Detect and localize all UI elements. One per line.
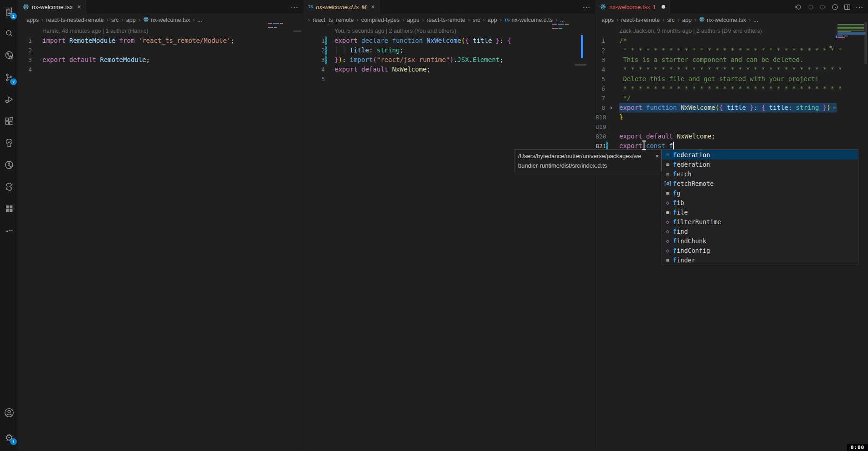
breadcrumb-item[interactable]: src <box>111 17 119 23</box>
code-line[interactable]: * * * * * * * * * * * * * * * * * * * * … <box>619 65 842 74</box>
tab-bar-2: TS nx-welcome.d.ts M × ··· <box>303 0 595 14</box>
tab-nx-welcome-tsx-remote[interactable]: nx-welcome.tsx 1 <box>596 0 670 14</box>
settings-gear-icon[interactable]: ⚙ 1 <box>0 428 18 446</box>
breadcrumb-item[interactable]: ... <box>197 17 202 23</box>
suggest-item[interactable]: [ø]fetchRemote <box>662 179 858 188</box>
accounts-icon[interactable] <box>0 404 18 422</box>
code-line[interactable]: export default RemoteModule; <box>42 55 150 65</box>
nx-console-icon[interactable] <box>0 178 18 196</box>
timeline-clock-icon[interactable] <box>831 3 839 11</box>
tab-close-icon[interactable]: × <box>77 3 81 10</box>
minimap-slider-pane1[interactable] <box>293 31 301 32</box>
code-line[interactable]: export function NxWelcome({ title }: { t… <box>619 103 837 113</box>
breadcrumb-item[interactable]: react_ts_remote <box>313 17 354 23</box>
suggest-item[interactable]: ≡fetch <box>662 169 858 179</box>
scrollbar-pane3[interactable] <box>864 22 867 64</box>
tab-nx-welcome-dts[interactable]: TS nx-welcome.d.ts M × <box>303 0 380 14</box>
suggest-item[interactable]: ≡federation <box>662 150 858 159</box>
test-tree-icon[interactable] <box>0 134 18 152</box>
code-line[interactable]: /* <box>619 36 627 46</box>
go-previous-icon[interactable] <box>806 3 814 11</box>
code-line[interactable]: export default NxWelcome; <box>619 132 715 141</box>
code-line[interactable]: * * * * * * * * * * * * * * * * * * * * … <box>619 84 842 93</box>
breadcrumb-item[interactable]: ... <box>560 17 565 23</box>
text-suggestion-icon: ≡ <box>662 257 673 263</box>
minimap-pane2[interactable] <box>552 24 571 33</box>
timeline-icon[interactable] <box>0 156 18 174</box>
line-number: 8 <box>596 103 605 113</box>
code-line[interactable]: */ <box>619 93 631 103</box>
code-line[interactable]: * * * * * * * * * * * * * * * * * * * * … <box>619 46 842 55</box>
breadcrumb-item[interactable]: nx-welcome.tsx <box>143 16 190 24</box>
breadcrumb-item[interactable]: app <box>682 17 692 23</box>
fold-chevron-icon[interactable]: › <box>609 103 613 113</box>
minimap-slider-pane2[interactable] <box>575 64 586 66</box>
breadcrumb-item[interactable]: apps <box>407 17 419 23</box>
code-line[interactable]: │ │ title: string; <box>334 46 404 55</box>
breadcrumb-item[interactable]: react-ts-remote <box>426 17 465 23</box>
breadcrumb-item[interactable]: compiled-types <box>361 17 400 23</box>
commit-graph-search-icon[interactable] <box>0 46 18 65</box>
go-forward-icon[interactable] <box>819 3 827 11</box>
line-number: 1 <box>303 36 325 46</box>
suggest-item[interactable]: ◇filterRuntime <box>662 217 858 226</box>
minimap-pane1[interactable] <box>268 23 286 32</box>
suggest-item[interactable]: ≡file <box>662 207 858 217</box>
code-line[interactable]: This is a starter component and can be d… <box>619 55 804 65</box>
code-line[interactable]: export default NxWelcome; <box>334 65 431 74</box>
code-line[interactable]: Delete this file and get started with yo… <box>619 74 819 84</box>
breadcrumb-item[interactable]: TSnx-welcome.d.ts <box>504 17 553 23</box>
code-editor-1[interactable]: Hanric, 48 minutes ago | 1 author (Hanri… <box>18 26 303 451</box>
code-line[interactable]: import RemoteModule from 'react_ts_remot… <box>42 36 234 46</box>
suggest-item[interactable]: ◇findConfig <box>662 246 858 255</box>
tab-dirty-dot[interactable] <box>662 5 665 9</box>
suggest-widget: ≡federation≡federation≡fetch[ø]fetchRemo… <box>662 149 858 265</box>
suggest-item[interactable]: ≡federation <box>662 159 858 169</box>
go-back-icon[interactable] <box>794 3 802 11</box>
editor-actions-more-icon[interactable]: ··· <box>583 0 595 14</box>
search-icon[interactable] <box>0 25 18 43</box>
code-line[interactable]: }): import("react/jsx-runtime").JSX.Elem… <box>334 55 503 65</box>
text-suggestion-icon: ≡ <box>662 152 673 158</box>
squiggles-icon[interactable] <box>0 221 18 240</box>
suggest-item[interactable]: ◇findChunk <box>662 236 858 246</box>
suggest-item[interactable]: ≡fg <box>662 188 858 198</box>
breadcrumb-item[interactable]: app <box>488 17 497 23</box>
explorer-icon[interactable]: 1 <box>0 3 18 21</box>
more-actions-icon[interactable]: ··· <box>856 3 863 10</box>
folded-ellipsis[interactable]: ⋯ <box>833 104 837 111</box>
breadcrumb-item[interactable]: src <box>473 17 480 23</box>
tab-label: nx-welcome.tsx <box>609 4 650 10</box>
grid-icon[interactable] <box>0 200 18 218</box>
editor-actions-more-icon[interactable]: ··· <box>291 0 303 14</box>
line-number: 820 <box>596 132 605 141</box>
suggest-item[interactable]: ◇fib <box>662 198 858 207</box>
split-editor-icon[interactable] <box>843 3 851 11</box>
breadcrumb-item[interactable]: nx-welcome.tsx <box>699 16 746 24</box>
code-line[interactable]: } <box>619 113 623 122</box>
suggest-item[interactable]: ◇find <box>662 226 858 236</box>
chevron-right-icon: › <box>749 17 750 23</box>
code-line[interactable]: export declare function NxWelcome({ titl… <box>334 36 511 46</box>
overview-ruler-modified[interactable] <box>581 35 583 58</box>
suggest-item[interactable]: ≡finder <box>662 255 858 265</box>
close-icon[interactable]: × <box>655 151 659 161</box>
gutter-modified-indicator <box>325 36 327 45</box>
code-editor-2[interactable]: You, 5 seconds ago | 2 authors (You and … <box>303 26 595 451</box>
run-and-debug-icon[interactable] <box>0 90 18 108</box>
extensions-icon[interactable] <box>0 112 18 130</box>
settings-badge: 1 <box>10 438 17 445</box>
tab-close-icon[interactable]: × <box>371 3 375 10</box>
breadcrumb-item[interactable]: react-ts-nested-remote <box>46 17 103 23</box>
source-control-icon[interactable]: 7 <box>0 68 18 87</box>
breadcrumb-item[interactable]: src <box>667 17 675 23</box>
tab-nx-welcome-tsx-nested[interactable]: nx-welcome.tsx × <box>18 0 86 14</box>
line-number: 818 <box>596 113 605 122</box>
minimap-pane3[interactable] <box>837 24 866 39</box>
breadcrumb-item[interactable]: app <box>126 17 136 23</box>
breadcrumb-item[interactable]: ... <box>753 17 758 23</box>
breadcrumb-item[interactable]: apps <box>26 17 39 23</box>
breadcrumb-item[interactable]: react-ts-remote <box>621 17 660 23</box>
line-number: 3 <box>18 55 32 65</box>
breadcrumb-item[interactable]: apps <box>601 17 614 23</box>
